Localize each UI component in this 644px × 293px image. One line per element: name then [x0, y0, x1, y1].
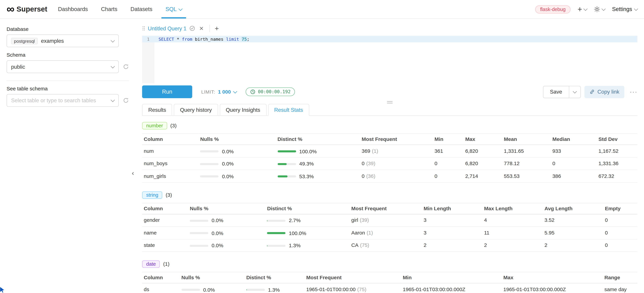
nav-right: flask-debug + Settings: [535, 5, 638, 13]
distinct-percent-cell: 100.0%: [265, 226, 350, 239]
chevron-down-icon: [111, 38, 115, 42]
schema-value: public: [11, 64, 25, 70]
percent-label: 0.0%: [222, 161, 234, 167]
refresh-schema-button[interactable]: [123, 64, 129, 70]
stat-value-cell: 386: [551, 170, 597, 182]
tab-results[interactable]: Results: [142, 104, 172, 116]
stat-column-name: gender: [142, 214, 188, 226]
progress-track: [267, 220, 286, 222]
most-frequent-cell: girl(39): [350, 214, 422, 226]
results-tab-bar: Results Query history Query Insights Res…: [142, 104, 638, 116]
stat-column-name: name: [142, 226, 188, 239]
new-item-button[interactable]: +: [578, 5, 587, 13]
percent-label: 53.3%: [299, 174, 314, 179]
progress-track: [267, 244, 286, 246]
stat-value-cell: 2: [422, 239, 482, 252]
header-row: ColumnNulls %Distinct %Most FrequentMinM…: [142, 134, 638, 145]
table-row: num_boys0.0%49.3%0(39)06,820778.1201,331…: [142, 157, 638, 170]
stat-value-cell: 0: [603, 239, 638, 252]
stats-section-date: date(1)ColumnNulls %Distinct %Most Frequ…: [142, 260, 638, 293]
column-type-badge: string: [142, 191, 162, 199]
most-frequent-cell: 369(1): [360, 145, 433, 157]
stat-value-cell: 0: [433, 157, 464, 170]
query-tab-bar: Untitled Query 1 ✕ +: [142, 19, 638, 36]
stat-value-cell: 933: [551, 145, 597, 157]
progress-track: [200, 163, 219, 165]
collapse-sidebar-button[interactable]: ‹: [132, 170, 134, 177]
stat-value-cell: 1,331.65: [502, 145, 551, 157]
copy-link-button[interactable]: Copy link: [584, 86, 624, 98]
save-button[interactable]: Save: [543, 86, 569, 98]
chevron-down-icon: [584, 6, 588, 11]
refresh-icon: [123, 64, 129, 70]
stat-value-cell: same day: [603, 283, 638, 293]
more-actions-button[interactable]: ···: [628, 88, 638, 96]
stat-column-name: num_girls: [142, 170, 198, 182]
drag-handle-icon: [142, 26, 145, 31]
chevron-down-icon: [572, 89, 577, 93]
stat-value-cell: 11: [482, 226, 543, 239]
editor-toolbar: Run LIMIT: 1 000 00:00:00.192 Save: [142, 86, 638, 98]
chevron-down-icon: [111, 98, 115, 102]
nav-item-charts[interactable]: Charts: [101, 0, 117, 18]
column-header: Median: [551, 134, 597, 145]
sun-icon: [594, 6, 600, 12]
add-query-tab-button[interactable]: +: [215, 25, 219, 32]
nav-item-dashboards[interactable]: Dashboards: [58, 0, 88, 18]
table-select[interactable]: Select table or type to search tables: [6, 94, 119, 107]
limit-dropdown[interactable]: LIMIT: 1 000: [201, 89, 236, 94]
nulls-percent-cell: 0.0%: [188, 226, 266, 239]
editor-gutter: [142, 36, 154, 84]
stat-value-cell: 1965-01-01T03:00:00.000Z: [401, 283, 502, 293]
nav-item-sql[interactable]: SQL: [166, 0, 182, 18]
theme-toggle-button[interactable]: [594, 6, 605, 12]
progress-track: [278, 175, 296, 177]
query-tab-title: Untitled Query 1: [148, 25, 186, 31]
tab-query-insights[interactable]: Query Insights: [220, 104, 266, 116]
code-line: 1 SELECT * from birth_names limit 75;: [142, 36, 638, 42]
run-button[interactable]: Run: [142, 86, 192, 98]
sql-lab-page: ∞ Superset Dashboards Charts Datasets SQ…: [0, 0, 644, 293]
stats-section-number: number(3)ColumnNulls %Distinct %Most Fre…: [142, 122, 638, 182]
nulls-percent-cell: 0.0%: [188, 214, 266, 226]
database-engine-tag: postgresql: [11, 38, 38, 44]
stat-value-cell: 5.95: [543, 226, 603, 239]
brand[interactable]: ∞ Superset: [6, 4, 47, 14]
schema-label: Schema: [6, 52, 129, 58]
tab-result-stats[interactable]: Result Stats: [268, 104, 309, 116]
refresh-tables-button[interactable]: [123, 97, 129, 104]
distinct-percent-cell: 1.3%: [245, 283, 304, 293]
limit-label: LIMIT:: [201, 89, 215, 94]
column-header: Max: [464, 134, 502, 145]
layout: Database postgresql examples Schema publ…: [0, 19, 644, 293]
column-header: Nulls %: [198, 134, 276, 145]
database-select[interactable]: postgresql examples: [6, 34, 119, 47]
stat-value-cell: 3.52: [543, 214, 603, 226]
percent-label: 0.0%: [212, 230, 223, 236]
header-row: ColumnNulls %Distinct %Most FrequentMin …: [142, 203, 638, 214]
progress-track: [267, 232, 286, 234]
column-header: Distinct %: [276, 134, 360, 145]
mouse-cursor: [0, 287, 6, 293]
column-header: Column: [142, 203, 188, 214]
schema-select[interactable]: public: [6, 60, 119, 73]
stat-value-cell: 4: [482, 214, 543, 226]
close-tab-icon[interactable]: ✕: [199, 25, 204, 31]
most-frequent-cell: 0(39): [360, 157, 433, 170]
percent-label: 2.7%: [289, 218, 301, 224]
column-header: Column: [142, 134, 198, 145]
sql-editor[interactable]: 1 SELECT * from birth_names limit 75;: [142, 36, 638, 84]
column-type-badge: number: [142, 122, 167, 129]
pane-resize-handle[interactable]: [387, 101, 393, 104]
brand-name: Superset: [16, 5, 47, 14]
query-tab[interactable]: Untitled Query 1 ✕: [142, 25, 204, 31]
toolbar-right: Save Copy link: [543, 86, 638, 98]
column-type-count: (3): [170, 123, 176, 128]
settings-menu[interactable]: Settings: [612, 6, 638, 12]
tab-query-history[interactable]: Query history: [174, 104, 218, 116]
stat-value-cell: 0: [433, 170, 464, 182]
chevron-down-icon: [111, 64, 115, 68]
nav-item-datasets[interactable]: Datasets: [130, 0, 152, 18]
stat-value-cell: 3: [422, 226, 482, 239]
save-options-button[interactable]: [569, 86, 580, 98]
